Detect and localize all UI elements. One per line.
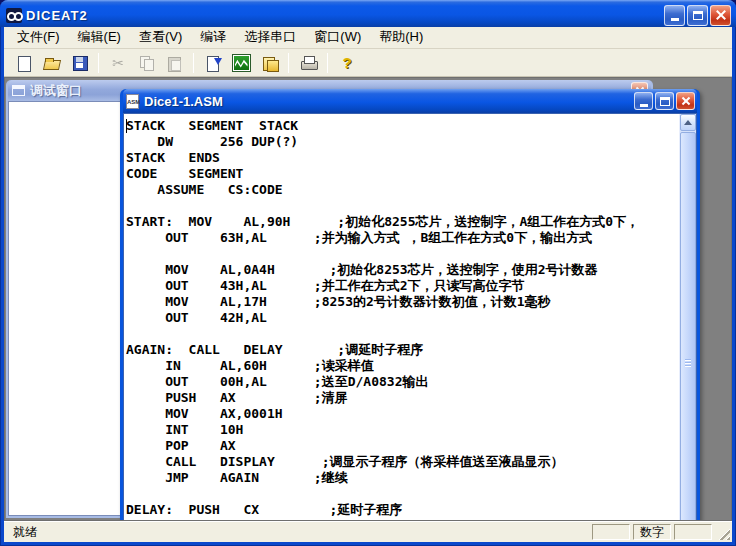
code-line: OUT 00H,AL ;送至D/A0832输出	[126, 374, 678, 390]
asm-file-icon: ASM	[126, 94, 139, 109]
compile-button[interactable]	[200, 51, 226, 75]
code-line	[126, 486, 678, 502]
mdi-workspace: 调试窗口 ASM Dice1-1.ASM STACK SEGMENT STACK…	[4, 77, 732, 521]
menu-item-help[interactable]: 帮助(H)	[370, 26, 432, 49]
toolbar-separator	[193, 53, 194, 73]
code-line: MOV AL,0A4H ;初始化8253芯片，送控制字，使用2号计数器	[126, 262, 678, 278]
code-line: INT 10H	[126, 422, 678, 438]
copy-icon	[138, 55, 155, 71]
cut-button: ✂	[105, 51, 131, 75]
menu-item-edit[interactable]: 编辑(E)	[69, 26, 130, 49]
new-file-button[interactable]	[10, 51, 36, 75]
title-bar[interactable]: DICEAT2	[0, 0, 736, 27]
resize-grip[interactable]	[717, 527, 730, 540]
compile-icon	[205, 55, 222, 71]
status-panel-num: 数字	[633, 524, 671, 540]
arrow-up-icon	[684, 116, 692, 125]
save-file-button[interactable]	[66, 51, 92, 75]
print-button[interactable]	[295, 51, 321, 75]
status-message: 就绪	[6, 524, 592, 541]
help-button[interactable]: ?	[334, 51, 360, 75]
editor-window-titlebar[interactable]: ASM Dice1-1.ASM	[123, 89, 697, 113]
close-icon	[680, 95, 692, 107]
menu-item-compile[interactable]: 编译	[191, 26, 235, 49]
editor-window[interactable]: ASM Dice1-1.ASM STACK SEGMENT STACK DW 2…	[120, 89, 700, 521]
new-icon	[15, 55, 32, 71]
load-icon	[261, 55, 278, 71]
code-line: STACK SEGMENT STACK	[126, 118, 678, 134]
close-button[interactable]	[710, 5, 731, 26]
print-icon	[300, 55, 317, 71]
toolbar: ✂?	[4, 49, 732, 77]
status-bar: 就绪 数字	[4, 521, 732, 542]
menu-item-serial-port[interactable]: 选择串口	[235, 26, 305, 49]
code-line	[126, 246, 678, 262]
status-panel-caps	[592, 524, 630, 540]
maximize-icon	[660, 97, 670, 106]
minimize-button[interactable]	[664, 5, 685, 26]
vertical-scrollbar[interactable]	[679, 114, 696, 521]
editor-window-controls	[634, 92, 695, 110]
app-icon	[6, 8, 22, 23]
toolbar-separator	[98, 53, 99, 73]
window-icon	[12, 85, 25, 96]
scrollbar-thumb[interactable]	[680, 132, 696, 521]
editor-minimize-button[interactable]	[634, 92, 653, 110]
open-icon	[43, 55, 60, 71]
editor-window-title: Dice1-1.ASM	[144, 94, 629, 109]
toolbar-separator	[327, 53, 328, 73]
code-line: OUT 63H,AL ;并为输入方式 ，B组工作在方式0下，输出方式	[126, 230, 678, 246]
scrollbar-grip-icon	[685, 359, 691, 367]
code-line: MOV AX,0001H	[126, 406, 678, 422]
download-button[interactable]	[256, 51, 282, 75]
minimize-icon	[671, 18, 679, 21]
code-line: AGAIN: CALL DELAY ;调延时子程序	[126, 342, 678, 358]
code-line: OUT 42H,AL	[126, 310, 678, 326]
paste-icon	[166, 55, 183, 71]
code-line: DELAY: PUSH CX ;延时子程序	[126, 502, 678, 518]
scroll-up-button[interactable]	[680, 114, 696, 131]
copy-button	[133, 51, 159, 75]
window-title: DICEAT2	[26, 8, 660, 23]
maximize-button[interactable]	[687, 5, 708, 26]
save-icon	[71, 55, 88, 71]
main-window: DICEAT2 文件(F)编辑(E)查看(V)编译选择串口窗口(W)帮助(H) …	[0, 0, 736, 546]
status-panel-scroll	[674, 524, 712, 540]
window-controls	[664, 5, 731, 26]
code-line: START: MOV AL,90H ;初始化8255芯片，送控制字，A组工作在方…	[126, 214, 678, 230]
close-icon	[715, 9, 727, 21]
code-line: OUT 43H,AL ;并工作在方式2下，只读写高位字节	[126, 278, 678, 294]
code-line: CODE SEGMENT	[126, 166, 678, 182]
cut-icon: ✂	[110, 55, 127, 71]
menu-item-file[interactable]: 文件(F)	[8, 26, 69, 49]
code-area[interactable]: STACK SEGMENT STACK DW 256 DUP(?)STACK E…	[126, 118, 678, 521]
toolbar-separator	[288, 53, 289, 73]
code-line: IN AL,60H ;读采样值	[126, 358, 678, 374]
menu-item-window[interactable]: 窗口(W)	[305, 26, 370, 49]
minimize-icon	[640, 104, 648, 107]
code-line: MOV AL,17H ;8253的2号计数器计数初值，计数1毫秒	[126, 294, 678, 310]
wave-icon	[233, 55, 250, 71]
open-file-button[interactable]	[38, 51, 64, 75]
code-line	[126, 326, 678, 342]
code-line: PUSH AX ;清屏	[126, 390, 678, 406]
code-line: DW 256 DUP(?)	[126, 134, 678, 150]
paste-button	[161, 51, 187, 75]
maximize-icon	[693, 11, 703, 20]
code-line: STACK ENDS	[126, 150, 678, 166]
menu-item-view[interactable]: 查看(V)	[130, 26, 191, 49]
editor-maximize-button[interactable]	[655, 92, 674, 110]
code-line: CALL DISPLAY ;调显示子程序（将采样值送至液晶显示）	[126, 454, 678, 470]
help-icon: ?	[339, 55, 356, 71]
editor-close-button[interactable]	[676, 92, 695, 110]
code-line: JMP AGAIN ;继续	[126, 470, 678, 486]
code-line: ASSUME CS:CODE	[126, 182, 678, 198]
code-line: POP AX	[126, 438, 678, 454]
menu-bar: 文件(F)编辑(E)查看(V)编译选择串口窗口(W)帮助(H)	[4, 27, 732, 49]
debug-run-button[interactable]	[228, 51, 254, 75]
code-line	[126, 198, 678, 214]
editor-content[interactable]: STACK SEGMENT STACK DW 256 DUP(?)STACK E…	[123, 113, 697, 521]
